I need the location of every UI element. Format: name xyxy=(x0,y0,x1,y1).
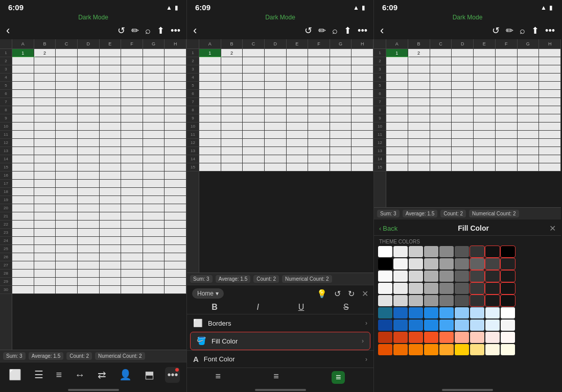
grid-cell[interactable] xyxy=(56,82,78,89)
grid-cell[interactable] xyxy=(539,74,561,81)
grid-cell[interactable] xyxy=(78,74,100,81)
grid-cell[interactable] xyxy=(12,90,34,97)
grid-cell[interactable] xyxy=(78,131,100,138)
grid-cell[interactable] xyxy=(78,90,100,97)
grid-cell[interactable] xyxy=(452,90,474,97)
grid-cell[interactable] xyxy=(78,237,100,244)
grid-cell[interactable] xyxy=(165,49,186,57)
color-swatch[interactable] xyxy=(501,271,515,282)
grid-cell[interactable] xyxy=(100,155,122,163)
share-icon-3[interactable]: ⬆ xyxy=(531,25,539,36)
grid-cell[interactable] xyxy=(452,122,474,130)
grid-cell[interactable] xyxy=(430,122,452,130)
grid-cell[interactable] xyxy=(165,163,186,171)
color-swatch[interactable] xyxy=(409,320,423,331)
draw-icon-3[interactable]: ✏ xyxy=(506,25,513,36)
grid-cell[interactable] xyxy=(121,147,143,155)
grid-cell[interactable] xyxy=(452,131,474,138)
color-swatch[interactable] xyxy=(439,344,454,355)
grid-cell[interactable] xyxy=(143,270,165,277)
grid-cell[interactable] xyxy=(199,82,221,89)
grid-cell[interactable] xyxy=(386,74,408,81)
grid-cell[interactable] xyxy=(12,122,34,130)
grid-cell[interactable] xyxy=(518,131,540,138)
grid-cell[interactable] xyxy=(12,237,34,244)
grid-cell[interactable] xyxy=(121,261,143,269)
grid-cell[interactable] xyxy=(121,212,143,220)
grid-cell[interactable] xyxy=(143,65,165,73)
grid-cell[interactable] xyxy=(330,114,352,122)
color-swatch[interactable] xyxy=(393,271,408,282)
color-swatch[interactable] xyxy=(424,320,438,331)
color-swatch[interactable] xyxy=(378,283,392,294)
grid-cell[interactable] xyxy=(121,49,143,57)
grid-cell[interactable] xyxy=(308,106,330,114)
grid-cell[interactable] xyxy=(330,90,352,97)
borders-menu-item[interactable]: ⬜ Borders › xyxy=(187,314,373,332)
grid-cell[interactable] xyxy=(539,139,561,146)
grid-cell[interactable] xyxy=(199,139,221,146)
grid-cell[interactable] xyxy=(386,155,408,163)
color-swatch[interactable] xyxy=(393,344,408,355)
color-swatch[interactable] xyxy=(424,283,438,294)
grid-cell[interactable] xyxy=(243,82,265,89)
grid-cell[interactable] xyxy=(12,229,34,236)
grid-cell[interactable] xyxy=(287,57,309,65)
grid-cell[interactable] xyxy=(430,65,452,73)
color-swatch[interactable] xyxy=(501,344,515,355)
grid-cell[interactable] xyxy=(287,122,309,130)
grid-cell[interactable] xyxy=(34,131,56,138)
grid-cell[interactable] xyxy=(56,131,78,138)
grid-cell[interactable] xyxy=(143,106,165,114)
grid-cell[interactable] xyxy=(12,204,34,212)
grid-cell[interactable] xyxy=(352,131,373,138)
grid-cell[interactable] xyxy=(452,114,474,122)
grid-cell[interactable] xyxy=(165,229,186,236)
grid-cell[interactable] xyxy=(243,74,265,81)
grid-cell[interactable] xyxy=(100,65,122,73)
grid-cell[interactable] xyxy=(308,122,330,130)
color-swatch[interactable] xyxy=(378,320,392,331)
grid-cell[interactable] xyxy=(121,122,143,130)
grid-cell[interactable] xyxy=(56,163,78,171)
grid-cell[interactable] xyxy=(78,122,100,130)
grid-cell[interactable] xyxy=(78,188,100,195)
color-swatch[interactable] xyxy=(378,344,392,355)
grid-cell[interactable] xyxy=(496,57,518,65)
grid-cell[interactable] xyxy=(78,261,100,269)
grid-cell[interactable] xyxy=(221,65,243,73)
grid-cell[interactable] xyxy=(408,98,430,106)
more-button-1[interactable]: ••• xyxy=(165,367,180,383)
color-swatch[interactable] xyxy=(501,258,515,270)
strikethrough-icon[interactable]: S xyxy=(343,303,349,312)
view-icon-1[interactable]: ⬜ xyxy=(7,366,24,383)
grid-cell[interactable] xyxy=(165,204,186,212)
color-swatch[interactable] xyxy=(409,246,423,257)
grid-cell[interactable] xyxy=(165,147,186,155)
color-swatch[interactable] xyxy=(424,307,438,318)
grid-cell[interactable] xyxy=(386,147,408,155)
grid-cell[interactable] xyxy=(34,57,56,65)
draw-icon-1[interactable]: ✏ xyxy=(131,25,139,36)
grid-cell[interactable] xyxy=(408,114,430,122)
grid-cell[interactable] xyxy=(408,90,430,97)
grid-cell[interactable] xyxy=(199,163,221,171)
grid-cell[interactable] xyxy=(165,220,186,228)
color-swatch[interactable] xyxy=(501,295,515,306)
grid-cell[interactable] xyxy=(352,65,373,73)
grid-cell[interactable] xyxy=(100,270,122,277)
grid-cell[interactable] xyxy=(452,82,474,89)
grid-cell[interactable] xyxy=(34,163,56,171)
grid-cell[interactable] xyxy=(100,286,122,293)
grid-cell[interactable] xyxy=(12,180,34,187)
search-icon-3[interactable]: ⌕ xyxy=(520,26,525,36)
grid-cell[interactable] xyxy=(56,196,78,204)
back-button-3[interactable]: ‹ xyxy=(380,24,384,37)
grid-cell[interactable] xyxy=(408,155,430,163)
grid-cell[interactable] xyxy=(243,163,265,171)
grid-cell[interactable] xyxy=(452,57,474,65)
grid-cell[interactable] xyxy=(408,82,430,89)
fill-color-menu-item[interactable]: 🪣 Fill Color › xyxy=(190,332,370,350)
color-swatch[interactable] xyxy=(485,283,500,294)
grid-cell[interactable] xyxy=(408,122,430,130)
